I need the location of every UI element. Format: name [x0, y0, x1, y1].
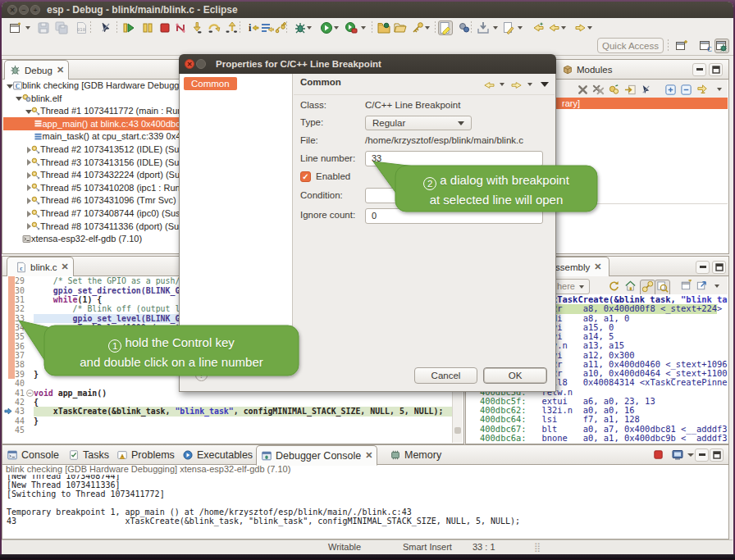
back-history-button[interactable] [531, 20, 546, 35]
line-number[interactable]: 37 [3, 351, 25, 360]
dialog-sidebar-item-common[interactable]: Common [184, 77, 237, 90]
console-maximize-button[interactable] [710, 448, 724, 462]
console-text-area[interactable]: [New Thread 1073408744][New Thread 10734… [3, 475, 728, 538]
line-number[interactable]: 36 [3, 342, 25, 351]
console-minimize-button[interactable] [695, 448, 709, 462]
tab-memory[interactable]: Memory [386, 445, 445, 465]
dialog-viewmenu-icon[interactable] [541, 82, 549, 87]
coverage-launch-button[interactable] [344, 20, 358, 35]
tab-close-icon[interactable]: ✕ [365, 450, 372, 461]
disconnect-button[interactable] [173, 20, 188, 35]
tab-debug[interactable]: Debug ✕ [4, 60, 69, 80]
console-display-button[interactable] [671, 448, 684, 465]
location-dropdown-icon[interactable] [579, 285, 584, 289]
debug-launch-button[interactable] [293, 20, 308, 35]
scrollbar-thumb[interactable] [454, 427, 461, 434]
key-button[interactable] [410, 20, 425, 35]
step-return-button[interactable] [224, 20, 239, 35]
step-into-button[interactable] [189, 20, 204, 35]
dropdown-arrow-icon[interactable] [561, 26, 566, 30]
line-number[interactable]: 32 [3, 304, 25, 313]
dialog-forward-icon[interactable] [511, 79, 523, 93]
dropdown-arrow-icon[interactable] [25, 26, 30, 30]
tab-executables[interactable]: Executables [178, 445, 257, 465]
line-number[interactable]: 42 [3, 398, 25, 407]
window-minimize-button[interactable]: − [19, 5, 29, 15]
dropdown-arrow-icon[interactable] [425, 26, 430, 30]
profile-button[interactable] [457, 20, 472, 35]
line-number[interactable]: 44 [3, 417, 25, 426]
debug-perspective-button[interactable] [714, 39, 729, 53]
enabled-checkbox[interactable]: ✓ [300, 171, 311, 182]
line-number[interactable]: 31 [3, 295, 25, 304]
back-button[interactable] [546, 20, 561, 35]
pointer-mode-button[interactable] [98, 20, 113, 35]
mark-occurrences-button[interactable] [438, 20, 453, 35]
quick-access-box[interactable]: Quick Access [597, 38, 664, 53]
tab-problems[interactable]: Problems [112, 445, 179, 465]
dropdown-arrow-icon[interactable] [307, 26, 312, 30]
tab-modules[interactable]: Modules [558, 60, 616, 80]
tab-debugger-console[interactable]: Debugger Console✕ [256, 445, 377, 466]
tab-disassembly-close-icon[interactable]: ✕ [594, 262, 601, 272]
dialog-forward-dropdown-icon[interactable] [527, 83, 532, 86]
type-combo[interactable]: Regular [365, 116, 472, 130]
dropdown-arrow-icon[interactable] [493, 26, 498, 30]
terminate-button[interactable] [158, 20, 172, 35]
line-number[interactable]: 30 [3, 286, 25, 295]
dropdown-arrow-icon[interactable] [587, 26, 592, 30]
line-number[interactable]: 38 [3, 360, 25, 369]
window-close-button[interactable]: ✕ [7, 5, 17, 15]
save-button[interactable] [36, 20, 51, 35]
dialog-back-icon[interactable] [483, 79, 495, 93]
dropdown-arrow-icon[interactable] [518, 26, 523, 30]
new-c-project-button[interactable] [377, 20, 391, 35]
export-button[interactable] [696, 280, 708, 295]
tab-console[interactable]: Console [2, 445, 63, 465]
tab-blink-c-close-icon[interactable]: ✕ [62, 262, 69, 272]
suspend-button[interactable] [140, 20, 155, 35]
line-number[interactable]: 34 [3, 323, 25, 332]
forward-button[interactable] [573, 20, 588, 35]
resume-button[interactable] [121, 20, 136, 35]
cancel-button[interactable]: Cancel [414, 367, 477, 384]
tab-debug-close-icon[interactable]: ✕ [57, 65, 64, 75]
disassembly-minimize-button[interactable] [696, 261, 710, 274]
open-folder-button[interactable] [393, 20, 408, 35]
editor-line-44[interactable]: 44} [3, 417, 463, 426]
line-number[interactable]: 40 [3, 379, 25, 388]
modules-minimize-button[interactable] [692, 63, 706, 76]
status-drag-handle[interactable]: ⣿ [534, 542, 541, 553]
line-number[interactable]: 33 [3, 314, 25, 323]
binary-file-button[interactable] [74, 20, 89, 35]
tab-blink-c[interactable]: blink.c ✕ [7, 257, 74, 277]
dialog-close-button[interactable]: ✕ [185, 59, 194, 69]
line-number[interactable]: 45 [3, 426, 25, 435]
window-maximize-button[interactable]: + [30, 5, 40, 15]
dialog-titlebar[interactable]: ✕ Properties for C/C++ Line Breakpoint [179, 54, 556, 74]
new-view-button[interactable] [680, 280, 692, 295]
line-number[interactable]: 29 [3, 276, 25, 285]
ok-button[interactable]: OK [483, 367, 547, 384]
ignore-count-input[interactable]: 0 [365, 208, 543, 224]
new-wizard-button[interactable] [8, 20, 23, 35]
disassembly-line[interactable]: 400dbc6a: bnone a0, a1, 0x400dbc9b <__ad… [480, 434, 728, 443]
last-edit-button[interactable] [501, 20, 516, 35]
step-over-button[interactable] [207, 20, 221, 35]
run-launch-button[interactable] [319, 20, 334, 35]
dropdown-arrow-icon[interactable] [334, 26, 339, 30]
dialog-back-dropdown-icon[interactable] [500, 83, 504, 86]
line-number[interactable]: 41 [3, 389, 25, 398]
window-titlebar[interactable]: ✕ − + esp - Debug - blink/main/blink.c -… [2, 2, 733, 18]
refresh-button[interactable] [608, 280, 620, 295]
console-display-dropdown-icon[interactable] [687, 453, 694, 457]
save-all-button[interactable] [54, 20, 69, 35]
console-terminate-button[interactable] [652, 448, 664, 464]
line-number[interactable]: 39 [3, 370, 25, 379]
view-menu-icon[interactable] [717, 88, 722, 91]
line-number-input[interactable]: 33 [365, 151, 543, 166]
disassembly-maximize-button[interactable] [712, 261, 726, 274]
cpp-perspective-button[interactable] [698, 39, 713, 53]
editor-line-43[interactable]: 43 xTaskCreate(&blink_task, "blink_task"… [3, 407, 463, 416]
open-perspective-button[interactable] [674, 39, 689, 53]
